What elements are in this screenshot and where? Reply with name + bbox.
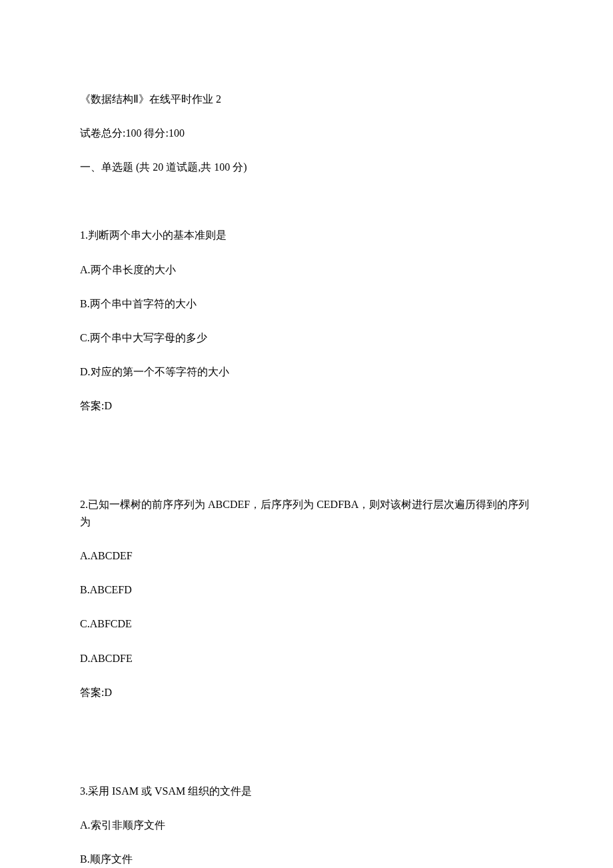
- option-b: B.ABCEFD: [80, 581, 533, 599]
- option-d: D.对应的第一个不等字符的大小: [80, 363, 533, 381]
- option-b: B.两个串中首字符的大小: [80, 295, 533, 313]
- answer: 答案:D: [80, 684, 533, 701]
- option-d: D.ABCDFE: [80, 650, 533, 667]
- document-content: 《数据结构Ⅱ》在线平时作业 2 试卷总分:100 得分:100 一、单选题 (共…: [80, 73, 533, 868]
- section-header: 一、单选题 (共 20 道试题,共 100 分): [80, 159, 533, 176]
- option-c: C.两个串中大写字母的多少: [80, 329, 533, 347]
- question-prompt: 1.判断两个串大小的基本准则是: [80, 227, 533, 244]
- question-3: 3.采用 ISAM 或 VSAM 组织的文件是 A.索引非顺序文件 B.顺序文件…: [80, 765, 533, 868]
- question-prompt: 2.已知一棵树的前序序列为 ABCDEF，后序序列为 CEDFBA，则对该树进行…: [80, 496, 533, 530]
- question-prompt: 3.采用 ISAM 或 VSAM 组织的文件是: [80, 783, 533, 800]
- score-line: 试卷总分:100 得分:100: [80, 125, 533, 142]
- question-1: 1.判断两个串大小的基本准则是 A.两个串长度的大小 B.两个串中首字符的大小 …: [80, 210, 533, 432]
- question-2: 2.已知一棵树的前序序列为 ABCDEF，后序序列为 CEDFBA，则对该树进行…: [80, 479, 533, 718]
- option-b: B.顺序文件: [80, 851, 533, 868]
- option-a: A.索引非顺序文件: [80, 817, 533, 834]
- page-title: 《数据结构Ⅱ》在线平时作业 2: [80, 91, 533, 108]
- answer: 答案:D: [80, 397, 533, 415]
- option-a: A.两个串长度的大小: [80, 261, 533, 279]
- option-a: A.ABCDEF: [80, 547, 533, 565]
- option-c: C.ABFCDE: [80, 615, 533, 633]
